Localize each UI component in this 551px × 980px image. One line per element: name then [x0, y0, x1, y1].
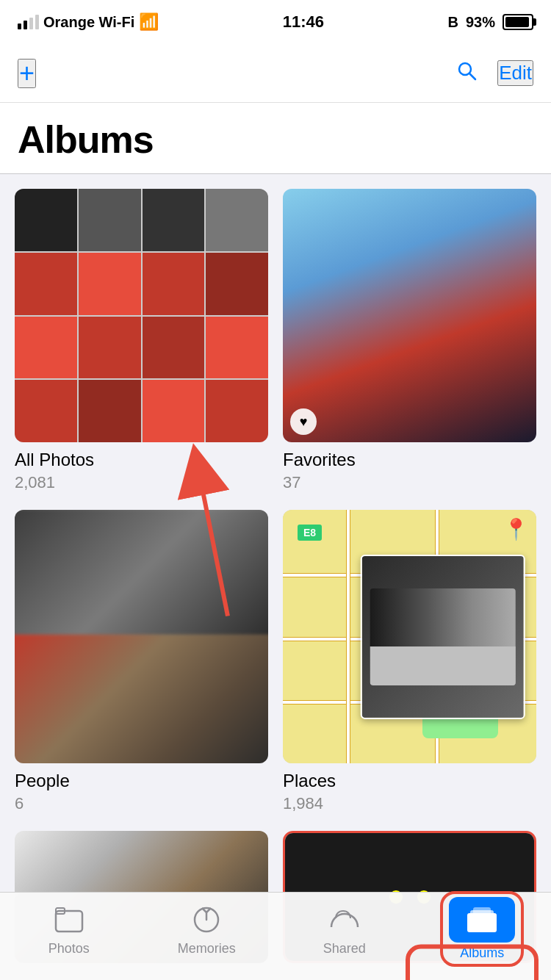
- tab-albums[interactable]: Albums: [414, 891, 552, 967]
- heart-icon: ♥: [290, 408, 317, 435]
- title-section: Albums: [0, 103, 551, 173]
- tab-shared-label: Shared: [323, 941, 366, 956]
- albums-icon: [449, 897, 515, 943]
- tab-albums-label: Albums: [460, 945, 504, 961]
- albums-grid: All Photos 2,081 ♥ Favorites 37: [15, 189, 536, 970]
- add-button[interactable]: +: [18, 59, 36, 88]
- nav-bar: + Edit: [0, 44, 551, 103]
- album-places[interactable]: E8 📍 Places 1,984: [283, 510, 536, 813]
- tab-memories[interactable]: Memories: [138, 901, 276, 956]
- carrier-label: Orange Wi-Fi: [43, 14, 134, 31]
- svg-rect-10: [473, 907, 491, 926]
- people-count: 6: [15, 794, 268, 813]
- wifi-icon: 📶: [139, 12, 159, 32]
- svg-line-1: [469, 73, 475, 79]
- tab-bar: Photos Memories Shared: [0, 892, 551, 980]
- status-bar: Orange Wi-Fi 📶 11:46 B 93%: [0, 0, 551, 44]
- battery-percent: 93%: [466, 14, 495, 31]
- people-thumb: [15, 510, 268, 763]
- shared-icon: [326, 901, 363, 938]
- favorites-thumb: ♥: [283, 189, 536, 442]
- favorites-count: 37: [283, 473, 536, 492]
- album-people[interactable]: People 6: [15, 510, 268, 813]
- tab-photos[interactable]: Photos: [0, 901, 138, 956]
- bluetooth-icon: B: [448, 14, 458, 31]
- people-name: People: [15, 771, 268, 791]
- tab-memories-label: Memories: [178, 941, 236, 956]
- status-right: B 93%: [448, 14, 533, 31]
- edit-button[interactable]: Edit: [497, 60, 533, 86]
- time-display: 11:46: [283, 12, 324, 32]
- page-title: Albums: [18, 118, 533, 162]
- signal-icon: [18, 15, 39, 29]
- tab-photos-label: Photos: [48, 941, 90, 956]
- album-favorites[interactable]: ♥ Favorites 37: [283, 189, 536, 492]
- albums-grid-container: All Photos 2,081 ♥ Favorites 37: [0, 174, 551, 970]
- album-all-photos[interactable]: All Photos 2,081: [15, 189, 268, 492]
- places-name: Places: [283, 771, 536, 791]
- favorites-name: Favorites: [283, 450, 536, 470]
- tab-shared[interactable]: Shared: [276, 901, 414, 956]
- battery-icon: [503, 14, 533, 30]
- places-count: 1,984: [283, 794, 536, 813]
- all-photos-count: 2,081: [15, 473, 268, 492]
- search-icon[interactable]: [456, 60, 477, 86]
- memories-icon: [188, 901, 225, 938]
- places-thumb: E8 📍: [283, 510, 536, 763]
- all-photos-name: All Photos: [15, 450, 268, 470]
- all-photos-thumb: [15, 189, 268, 442]
- photos-icon: [51, 901, 87, 938]
